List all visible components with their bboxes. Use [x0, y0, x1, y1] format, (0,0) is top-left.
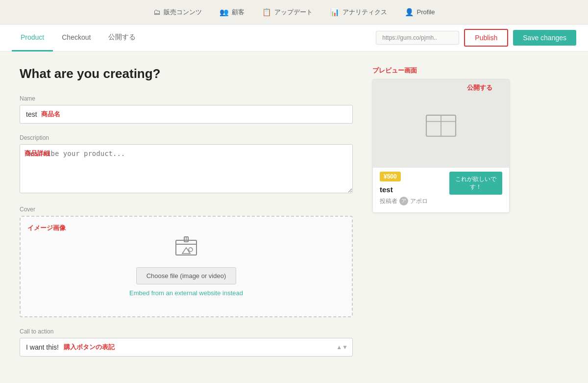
cta-label: Call to action [20, 328, 353, 335]
preview-price-row: ¥500 test 投稿者 ア アポロ これが欲しいです！ [373, 168, 509, 212]
nav-item-analytics[interactable]: 📊 アナリティクス [330, 8, 387, 17]
cover-label: Cover [20, 206, 353, 213]
tab-checkout[interactable]: Checkout [53, 25, 99, 51]
name-field-wrapper: 商品名 [20, 105, 353, 124]
preview-image-area [373, 79, 509, 168]
name-input[interactable] [20, 105, 353, 124]
publish-annotation: 公開する [467, 83, 492, 92]
save-changes-button[interactable]: Save changes [513, 30, 576, 46]
tab-product[interactable]: Product [12, 25, 53, 51]
name-field-group: Name 商品名 [20, 95, 353, 124]
cover-annotation: イメージ画像 [27, 224, 66, 232]
cta-field-group: Call to action I want this! Buy this Add… [20, 328, 353, 357]
publish-button[interactable]: Publish [464, 29, 508, 47]
description-field-group: Description 商品詳細 [20, 134, 353, 195]
preview-product-name: test [380, 185, 428, 194]
sales-icon: 🗂 [153, 8, 161, 16]
cta-select[interactable]: I want this! Buy this Add to cart [20, 338, 353, 357]
preview-panel: プレビュー画面 ¥500 test 投稿者 ア アポロ [372, 66, 510, 367]
nav-item-customers[interactable]: 👥 顧客 [220, 8, 245, 17]
svg-point-3 [189, 248, 193, 252]
tab-koukaisuru[interactable]: 公開する [99, 25, 145, 51]
preview-annotation: プレビュー画面 [372, 66, 510, 75]
cover-field-group: Cover イメージ画像 Choose file (image or video… [20, 206, 353, 317]
analytics-icon: 📊 [330, 8, 340, 17]
nav-item-updates[interactable]: 📋 アップデート [262, 8, 313, 17]
product-form: What are you creating? Name 商品名 Descript… [20, 66, 353, 367]
want-button[interactable]: これが欲しいです！ [449, 172, 502, 195]
description-label: Description [20, 134, 353, 141]
embed-link[interactable]: Embed from an external website instead [30, 289, 342, 297]
preview-card: ¥500 test 投稿者 ア アポロ これが欲しいです！ [372, 79, 510, 213]
nav-item-profile[interactable]: 👤 Profile [405, 8, 435, 17]
top-navigation: 🗂 販売コンンツ 👥 顧客 📋 アップデート 📊 アナリティクス 👤 Profi… [0, 0, 588, 25]
product-placeholder-icon [424, 109, 458, 138]
customers-icon: 👥 [220, 8, 229, 17]
upload-icon [30, 236, 342, 260]
sub-navigation: Product Checkout 公開する https://gum.co/pjm… [0, 25, 588, 51]
form-title: What are you creating? [20, 66, 353, 81]
author-avatar: ア [399, 197, 408, 205]
updates-icon: 📋 [262, 8, 271, 17]
price-badge: ¥500 [380, 172, 401, 181]
description-textarea[interactable] [20, 144, 353, 193]
product-url-display: https://gum.co/pjmh.. [376, 31, 459, 45]
name-label: Name [20, 95, 353, 102]
choose-file-button[interactable]: Choose file (image or video) [136, 267, 237, 284]
preview-author: 投稿者 ア アポロ [380, 197, 428, 205]
profile-icon: 👤 [405, 8, 414, 17]
nav-item-sales[interactable]: 🗂 販売コンンツ [153, 8, 202, 17]
cover-upload-area[interactable]: イメージ画像 Choose file (image or video) Embe… [20, 216, 353, 317]
